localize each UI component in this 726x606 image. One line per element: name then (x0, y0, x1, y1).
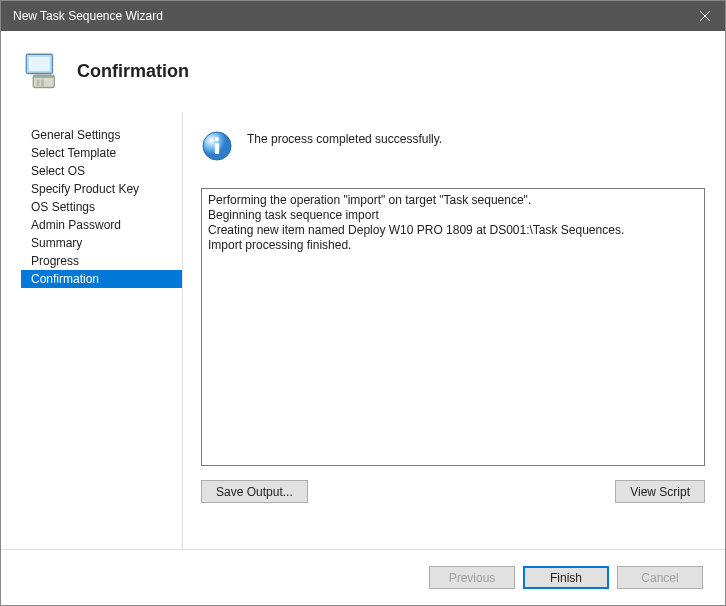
sidebar-item-admin-password[interactable]: Admin Password (21, 216, 182, 234)
status-row: The process completed successfully. (201, 124, 705, 168)
svg-rect-6 (37, 80, 40, 86)
content-area: General Settings Select Template Select … (1, 112, 725, 549)
wizard-footer: Previous Finish Cancel (1, 549, 725, 605)
wizard-steps-sidebar: General Settings Select Template Select … (21, 112, 183, 549)
computer-icon (21, 49, 63, 94)
header-title: Confirmation (77, 61, 189, 82)
sidebar-item-select-template[interactable]: Select Template (21, 144, 182, 162)
log-output[interactable] (201, 188, 705, 466)
finish-button[interactable]: Finish (523, 566, 609, 589)
sidebar-item-summary[interactable]: Summary (21, 234, 182, 252)
svg-rect-5 (33, 75, 54, 78)
sidebar-item-progress[interactable]: Progress (21, 252, 182, 270)
sidebar-item-os-settings[interactable]: OS Settings (21, 198, 182, 216)
view-script-button[interactable]: View Script (615, 480, 705, 503)
previous-button: Previous (429, 566, 515, 589)
main-panel: The process completed successfully. Save… (183, 112, 705, 549)
sidebar-item-specify-product-key[interactable]: Specify Product Key (21, 180, 182, 198)
sidebar-item-select-os[interactable]: Select OS (21, 162, 182, 180)
svg-rect-10 (215, 143, 219, 154)
sidebar-item-general-settings[interactable]: General Settings (21, 126, 182, 144)
sidebar-item-confirmation[interactable]: Confirmation (21, 270, 182, 288)
window-title: New Task Sequence Wizard (13, 9, 163, 23)
wizard-window: New Task Sequence Wizard Confirmation (0, 0, 726, 606)
close-button[interactable] (685, 1, 725, 31)
close-icon (700, 8, 710, 24)
status-text: The process completed successfully. (247, 132, 442, 146)
save-output-button[interactable]: Save Output... (201, 480, 308, 503)
wizard-header: Confirmation (1, 31, 725, 112)
info-icon (201, 130, 233, 162)
titlebar: New Task Sequence Wizard (1, 1, 725, 31)
svg-rect-7 (41, 80, 44, 86)
svg-point-9 (215, 137, 219, 141)
cancel-button: Cancel (617, 566, 703, 589)
output-buttons-row: Save Output... View Script (201, 480, 705, 503)
svg-rect-3 (29, 57, 50, 71)
